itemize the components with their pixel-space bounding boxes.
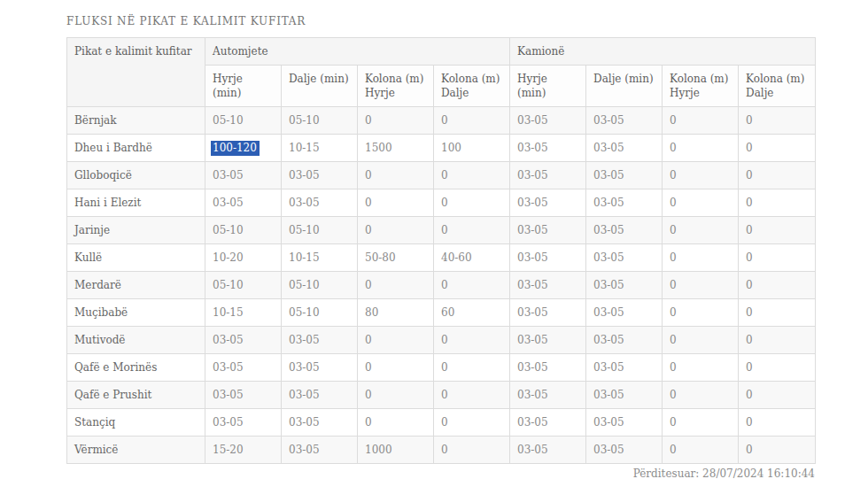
value-cell: 03-05 (586, 272, 663, 299)
table-row: Hani i Elezit03-0503-050003-0503-0500 (67, 189, 816, 217)
subheader-cell: Kolona (m) Hyrje (358, 66, 434, 107)
table-row: Kullë10-2010-1550-8040-6003-0503-0500 (67, 244, 816, 272)
crossing-point-name: Kullë (67, 244, 205, 272)
value-cell: 0 (663, 162, 739, 189)
value-cell: 1000 (358, 437, 434, 464)
table-row: Stançiq03-0503-050003-0503-0500 (67, 409, 816, 437)
value-cell: 0 (739, 135, 816, 162)
value-cell: 03-05 (510, 327, 586, 354)
value-cell: 03-05 (586, 437, 663, 464)
subheader-cell: Dalje (min) (282, 66, 358, 107)
group-header-row: Pikat e kalimit kufitar Automjete Kamion… (67, 38, 816, 66)
value-cell: 0 (739, 382, 816, 409)
crossing-point-name: Muçibabë (67, 299, 205, 327)
table-body: Bërnjak05-1005-100003-0503-0500Dheu i Ba… (67, 107, 816, 464)
table-row: Vërmicë15-2003-051000003-0503-0500 (67, 437, 816, 464)
value-cell: 03-05 (205, 354, 282, 382)
value-cell: 0 (663, 217, 739, 244)
value-cell: 0 (663, 107, 739, 135)
value-cell: 0 (663, 272, 739, 299)
value-cell: 0 (739, 162, 816, 189)
value-cell: 0 (358, 107, 434, 135)
value-cell: 10-20 (205, 244, 282, 272)
value-cell: 03-05 (586, 162, 663, 189)
value-cell: 50-80 (358, 244, 434, 272)
value-cell: 0 (663, 437, 739, 464)
value-cell: 15-20 (205, 437, 282, 464)
value-cell: 03-05 (510, 107, 586, 135)
value-cell: 03-05 (586, 244, 663, 272)
value-cell: 03-05 (586, 135, 663, 162)
value-cell: 03-05 (282, 354, 358, 382)
value-cell: 0 (663, 189, 739, 217)
table-row: Mutivodë03-0503-050003-0503-0500 (67, 327, 816, 354)
content-area: FLUKSI NË PIKAT E KALIMIT KUFITAR Pikat … (66, 15, 815, 479)
value-cell: 03-05 (205, 382, 282, 409)
value-cell: 0 (358, 354, 434, 382)
value-cell: 03-05 (586, 354, 663, 382)
value-cell: 0 (739, 409, 816, 437)
value-cell: 03-05 (510, 272, 586, 299)
value-cell: 80 (358, 299, 434, 327)
value-cell: 0 (358, 272, 434, 299)
value-cell: 03-05 (586, 382, 663, 409)
value-cell: 0 (358, 162, 434, 189)
value-cell: 03-05 (282, 189, 358, 217)
value-cell: 03-05 (510, 354, 586, 382)
table-row: Bërnjak05-1005-100003-0503-0500 (67, 107, 816, 135)
value-cell: 0 (739, 437, 816, 464)
subheader-cell: Kolona (m) Hyrje (663, 66, 739, 107)
value-cell: 03-05 (510, 299, 586, 327)
page: FLUKSI NË PIKAT E KALIMIT KUFITAR Pikat … (0, 0, 868, 479)
table-row: Muçibabë10-1505-10806003-0503-0500 (67, 299, 816, 327)
value-cell: 0 (434, 162, 510, 189)
value-cell: 05-10 (205, 107, 282, 135)
subheader-cell: Hyrje (min) (510, 66, 586, 107)
value-cell: 100 (434, 135, 510, 162)
value-cell: 03-05 (510, 437, 586, 464)
value-cell: 10-15 (205, 299, 282, 327)
value-cell: 03-05 (586, 327, 663, 354)
page-title: FLUKSI NË PIKAT E KALIMIT KUFITAR (66, 15, 815, 27)
value-cell: 03-05 (205, 409, 282, 437)
value-cell: 0 (434, 382, 510, 409)
value-cell: 0 (434, 217, 510, 244)
value-cell: 05-10 (282, 107, 358, 135)
value-cell: 0 (663, 409, 739, 437)
value-cell: 0 (434, 189, 510, 217)
crossing-point-name: Vërmicë (67, 437, 205, 464)
value-cell: 03-05 (586, 217, 663, 244)
crossing-point-name: Merdarë (67, 272, 205, 299)
value-cell: 03-05 (586, 189, 663, 217)
value-cell: 0 (358, 382, 434, 409)
crossing-point-name: Hani i Elezit (67, 189, 205, 217)
subheader-cell: Kolona (m) Dalje (434, 66, 510, 107)
value-cell: 03-05 (205, 162, 282, 189)
value-cell: 0 (358, 217, 434, 244)
value-cell: 03-05 (510, 217, 586, 244)
crossing-point-name: Dheu i Bardhë (67, 135, 205, 162)
crossing-point-name: Stançiq (67, 409, 205, 437)
value-cell: 03-05 (205, 189, 282, 217)
value-cell: 03-05 (205, 327, 282, 354)
value-cell: 03-05 (586, 409, 663, 437)
value-cell: 0 (358, 189, 434, 217)
value-cell: 03-05 (510, 189, 586, 217)
table-row: Qafë e Prushit03-0503-050003-0503-0500 (67, 382, 816, 409)
value-cell: 03-05 (282, 382, 358, 409)
value-cell: 1500 (358, 135, 434, 162)
value-cell: 03-05 (586, 299, 663, 327)
value-cell: 03-05 (282, 162, 358, 189)
crossing-point-name: Mutivodë (67, 327, 205, 354)
value-cell: 03-05 (510, 135, 586, 162)
value-cell: 0 (663, 299, 739, 327)
table-row: Jarinje05-1005-100003-0503-0500 (67, 217, 816, 244)
value-cell: 100-120 (205, 135, 282, 162)
value-cell: 0 (739, 299, 816, 327)
border-crossings-table: Pikat e kalimit kufitar Automjete Kamion… (66, 37, 816, 464)
value-cell: 05-10 (282, 217, 358, 244)
value-cell: 03-05 (282, 327, 358, 354)
table-row: Dheu i Bardhë100-12010-15150010003-0503-… (67, 135, 816, 162)
value-cell: 03-05 (510, 382, 586, 409)
value-cell: 0 (434, 327, 510, 354)
